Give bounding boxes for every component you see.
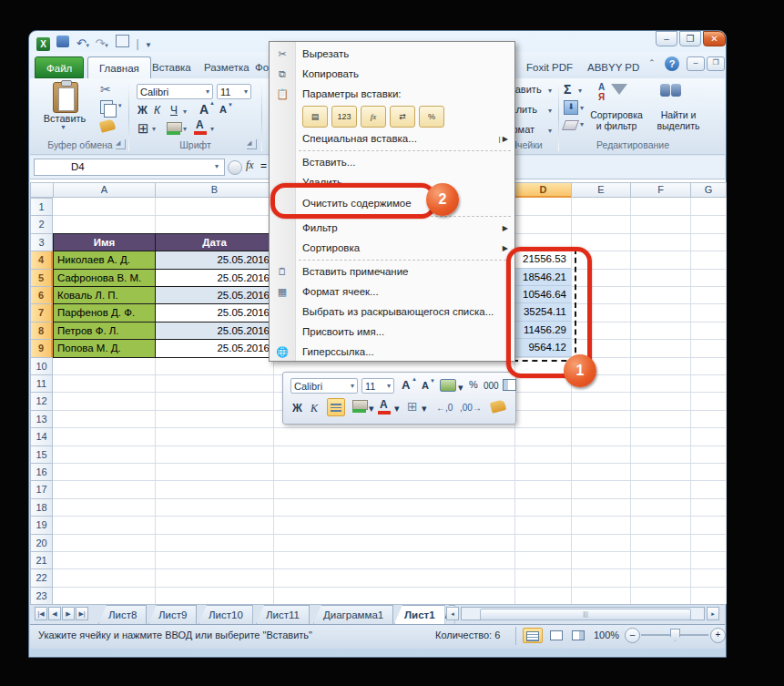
mini-borders-button[interactable]: ⊞ [407,399,418,414]
tab-abbyy[interactable]: ABBYY PD [576,56,650,78]
clear-eraser-icon[interactable] [562,120,579,130]
mini-font-size-combo[interactable]: 11▾ [361,378,394,394]
menu-item-1[interactable]: Копировать⧉ [270,64,514,84]
tab-scroll-right-icon[interactable]: ▸ [707,607,719,620]
cell-B6[interactable]: 25.05.2016 [155,286,274,304]
insert-function-icon[interactable]: fx [246,159,254,172]
save-icon[interactable] [56,36,69,47]
cell-B3[interactable]: Дата [155,233,274,251]
mini-merge-icon[interactable] [503,379,516,391]
paste-values-icon[interactable]: 123 [331,106,357,128]
redo-dropdown-icon[interactable]: ▾ [105,42,108,48]
mini-italic-button[interactable]: К [311,402,318,415]
close-button[interactable]: ✕ [703,31,726,46]
font-color-button[interactable]: А [196,118,204,131]
cell-A4[interactable]: Николаев А. Д. [53,251,156,269]
column-header-D[interactable]: D [514,182,572,198]
column-header-B[interactable]: B [155,182,274,198]
mini-decimal-increase-button[interactable]: ,00→ [460,403,482,413]
restore-button[interactable]: ❐ [679,31,701,46]
menu-item-6[interactable]: Вставить... [270,152,514,172]
mini-align-center-icon[interactable] [327,398,345,416]
view-normal-icon[interactable] [523,628,543,643]
mini-shrink-font-button[interactable]: А [422,380,429,391]
menu-item-4[interactable]: Специальная вставка...| ▶ [270,128,514,148]
row-header-14[interactable]: 14 [30,427,53,445]
name-box-dropdown-icon[interactable]: ▾ [215,162,219,170]
cut-icon[interactable]: ✂ [100,82,111,97]
sheet-nav-icon-2[interactable]: ▶ [62,607,75,620]
paste-dropdown-icon[interactable]: ▼ [60,124,66,130]
menu-item-13[interactable]: Вставить примечание🗒 [270,261,514,282]
tab-file[interactable]: Файл [35,56,84,78]
row-header-6[interactable]: 6 [30,286,53,304]
row-header-21[interactable]: 21 [30,551,53,569]
mini-format-painter-icon[interactable] [490,399,507,414]
font-name-combo[interactable]: Calibri▾ [137,84,213,99]
row-header-15[interactable]: 15 [30,445,53,464]
menu-item-15[interactable]: Выбрать из раскрывающегося списка... [270,302,514,322]
help-icon[interactable]: ? [665,56,679,71]
sheet-tab-Лист9[interactable]: Лист9 [148,605,197,624]
column-header-E[interactable]: E [571,182,631,198]
mini-percent-button[interactable]: % [469,379,478,390]
autosum-icon[interactable]: Σ [564,82,571,97]
underline-dropdown-icon[interactable]: ▾ [183,108,187,116]
mini-accounting-icon[interactable] [440,379,456,392]
row-header-17[interactable]: 17 [30,480,53,498]
tab-foxit[interactable]: Foxit PDF [515,56,584,78]
ribbon-collapse-icon[interactable]: ⌃ [648,58,656,67]
view-page-layout-icon[interactable] [546,628,566,643]
row-header-19[interactable]: 19 [30,516,53,534]
formula-content[interactable]: = [260,159,267,172]
cell-B9[interactable]: 25.05.2016 [155,339,274,357]
cell-A3[interactable]: Имя [53,233,156,251]
sheet-nav-icon-1[interactable]: ◀ [48,607,61,620]
grow-font-button[interactable]: А [199,102,209,117]
cell-B7[interactable]: 25.05.2016 [155,303,274,322]
cell-A9[interactable]: Попова М. Д. [53,339,156,357]
row-header-5[interactable]: 5 [30,269,53,287]
row-header-13[interactable]: 13 [30,410,53,428]
ribbon-minimize-icon[interactable]: – [687,56,705,71]
row-header-4[interactable]: 4 [30,251,53,269]
sheet-tab-Диаграмма1[interactable]: Диаграмма1 [313,605,393,624]
paste-formatting-icon[interactable]: % [419,106,444,128]
sheet-tab-Лист11[interactable]: Лист11 [256,605,310,624]
horizontal-scrollbar-thumb[interactable]: ||| [480,609,691,620]
menu-item-17[interactable]: Гиперссылка...🌐 [270,342,514,362]
paste-transpose-icon[interactable]: ⇄ [390,106,415,128]
paste-button[interactable]: Вставить [33,113,97,124]
zoom-in-icon[interactable]: + [710,628,726,643]
row-header-1[interactable]: 1 [30,198,53,216]
menu-item-11[interactable]: Сортировка▶ [270,238,514,258]
menu-item-16[interactable]: Присвоить имя... [270,322,514,342]
shrink-font-button[interactable]: А [219,104,227,115]
clipboard-dialog-launcher-icon[interactable]: ◢ [116,139,126,149]
sheet-nav-icon-3[interactable]: ▶| [76,607,88,620]
sheet-tab-Лист1[interactable]: Лист1 [394,605,445,624]
formula-options-icon[interactable] [228,160,242,175]
undo-icon[interactable]: ↶ [76,36,87,50]
paste-formulas-icon[interactable]: fx [361,106,386,128]
row-header-16[interactable]: 16 [30,463,53,481]
row-header-22[interactable]: 22 [30,568,53,587]
row-header-9[interactable]: 9 [30,339,53,357]
mini-bold-button[interactable]: Ж [292,402,302,415]
row-header-23[interactable]: 23 [30,587,53,605]
underline-button[interactable]: Ч [170,104,178,117]
row-header-7[interactable]: 7 [30,303,53,322]
cell-A8[interactable]: Петров Ф. Л. [53,322,156,340]
find-select-button[interactable]: Найти и выделить [649,109,708,131]
mini-decimal-decrease-button[interactable]: ←,0 [436,403,453,413]
cell-B5[interactable]: 25.05.2016 [155,269,274,287]
cell-B4[interactable]: 25.05.2016 [155,251,274,269]
cell-A7[interactable]: Парфенов Д. Ф. [53,303,156,322]
sheet-nav-icon-0[interactable]: |◀ [35,607,47,620]
fill-color-dropdown-icon[interactable]: ▾ [183,125,187,133]
borders-dropdown-icon[interactable]: ▾ [152,125,156,133]
borders-button[interactable]: ⊞ [137,120,149,137]
horizontal-scrollbar[interactable]: ||| [461,607,705,620]
mini-font-name-combo[interactable]: Calibri▾ [290,378,358,394]
cell-B8[interactable]: 25.05.2016 [155,322,274,340]
